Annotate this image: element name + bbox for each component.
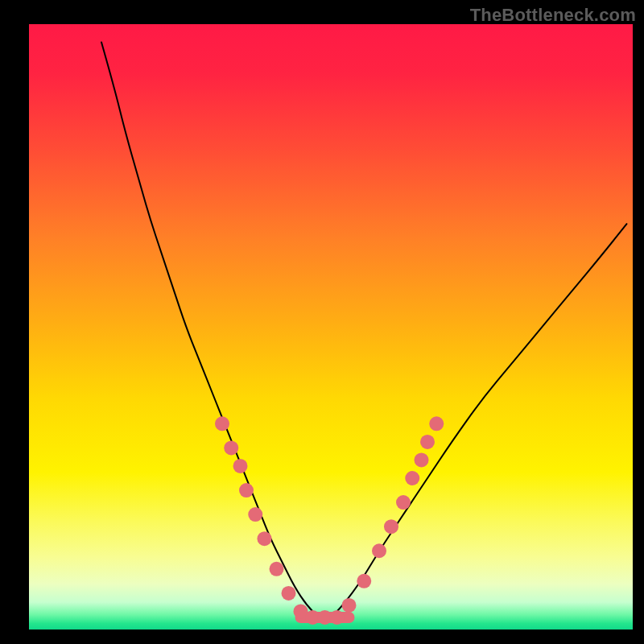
svg-point-7 <box>258 531 272 546</box>
svg-point-17 <box>384 519 398 534</box>
svg-point-18 <box>396 495 411 510</box>
svg-point-9 <box>282 586 296 601</box>
svg-point-2 <box>215 416 229 431</box>
svg-point-13 <box>330 610 345 625</box>
bottleneck-chart <box>0 0 644 644</box>
svg-point-15 <box>357 574 371 588</box>
svg-point-16 <box>372 543 386 558</box>
svg-point-19 <box>405 471 419 485</box>
svg-point-8 <box>270 562 284 576</box>
svg-point-3 <box>224 440 238 455</box>
svg-point-5 <box>239 483 254 497</box>
svg-point-22 <box>429 416 444 431</box>
svg-point-14 <box>342 598 357 613</box>
chart-container: TheBottleneck.com <box>0 0 644 644</box>
svg-point-6 <box>248 507 262 522</box>
watermark-label: TheBottleneck.com <box>470 5 636 26</box>
svg-point-21 <box>420 435 435 449</box>
svg-point-20 <box>415 452 429 467</box>
svg-point-4 <box>233 459 248 473</box>
